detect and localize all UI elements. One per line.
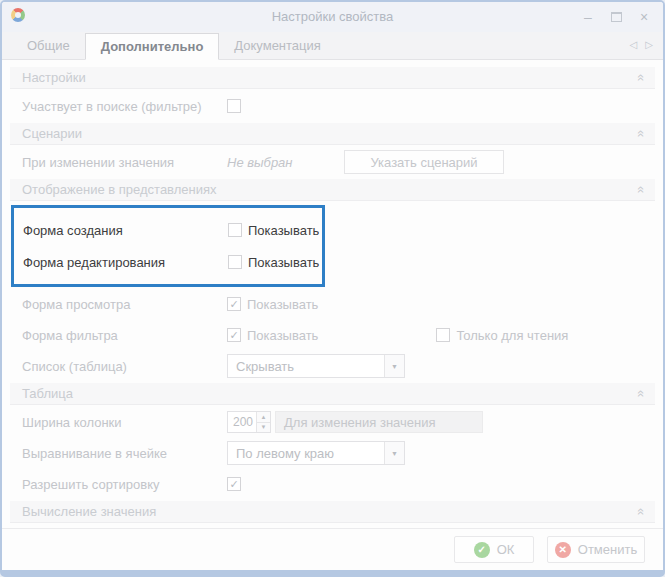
section-title: Сценарии (22, 126, 638, 141)
filter-form-readonly-checkbox[interactable] (436, 328, 450, 342)
column-width-label: Ширина колонки (22, 415, 227, 430)
tab-scroll-left-icon[interactable]: ◁ (630, 39, 638, 50)
section-title: Настройки (22, 70, 638, 85)
tab-scroll-right-icon[interactable]: ▷ (645, 39, 653, 50)
section-title: Отображение в представлениях (22, 182, 638, 197)
show-label: Показывать (248, 255, 319, 270)
ok-button[interactable]: ✓ ОК (454, 536, 534, 563)
row-edit-form: Форма редактирования Показывать (14, 248, 322, 276)
tab-general[interactable]: Общие (12, 33, 85, 60)
row-cell-alignment: Выравнивание в ячейке По левому краю ▼ (10, 439, 655, 467)
section-header-display[interactable]: Отображение в представлениях « (10, 179, 655, 201)
filter-form-show-checkbox[interactable]: ✓ (227, 328, 241, 342)
section-header-table[interactable]: Таблица « (10, 383, 655, 405)
row-view-form: Форма просмотра ✓ Показывать (10, 290, 655, 318)
row-filter-form: Форма фильтра ✓ Показывать Только для чт… (10, 321, 655, 349)
window-title: Настройки свойства (2, 9, 663, 24)
on-change-value: Не выбран (227, 155, 337, 170)
cell-alignment-dropdown-value: По левому краю (228, 442, 384, 464)
list-table-dropdown[interactable]: Скрывать ▼ (227, 354, 405, 378)
filter-form-readonly-group: Только для чтения (436, 328, 568, 343)
footer: ✓ ОК ✕ Отменить (2, 528, 663, 570)
property-settings-window: Настройки свойства – × Общие Дополнитель… (0, 0, 665, 577)
column-width-value: 200 (228, 412, 256, 432)
tab-content-advanced: Настройки « Участвует в поиске (фильтре)… (2, 60, 663, 554)
highlight-box: Форма создания Показывать Форма редактир… (11, 205, 325, 287)
edit-form-label: Форма редактирования (23, 255, 228, 270)
set-scenario-button[interactable]: Указать сценарий (344, 150, 504, 174)
tab-advanced[interactable]: Дополнительно (85, 33, 220, 60)
section-title: Вычисление значения (22, 504, 638, 519)
spinner-buttons: ▲ ▼ (256, 412, 270, 432)
tab-scroll-arrows: ◁ ▷ (630, 39, 653, 50)
row-search-filter: Участвует в поиске (фильтре) (10, 92, 655, 120)
filter-form-show-group: ✓ Показывать (227, 328, 318, 343)
collapse-icon[interactable]: « (634, 508, 649, 515)
view-form-label: Форма просмотра (22, 297, 227, 312)
column-width-spinner[interactable]: 200 ▲ ▼ (227, 411, 271, 433)
section-header-scenarios[interactable]: Сценарии « (10, 123, 655, 145)
cell-alignment-dropdown[interactable]: По левому краю ▼ (227, 441, 405, 465)
allow-sorting-label: Разрешить сортировку (22, 477, 227, 492)
dropdown-arrow-icon[interactable]: ▼ (384, 355, 404, 377)
collapse-icon[interactable]: « (634, 74, 649, 81)
edit-form-show-checkbox[interactable] (228, 255, 242, 269)
row-list-table: Список (таблица) Скрывать ▼ (10, 352, 655, 380)
window-controls: – × (577, 7, 655, 27)
column-width-hint-field[interactable]: Для изменения значения (275, 411, 483, 433)
section-header-calculation[interactable]: Вычисление значения « (10, 501, 655, 523)
tabstrip: Общие Дополнительно Документация ◁ ▷ (2, 32, 663, 60)
collapse-icon[interactable]: « (634, 390, 649, 397)
search-filter-label: Участвует в поиске (фильтре) (22, 99, 227, 114)
row-on-change: При изменении значения Не выбран Указать… (10, 148, 655, 176)
cancel-button[interactable]: ✕ Отменить (547, 536, 645, 563)
cancel-button-label: Отменить (578, 542, 637, 557)
on-change-label: При изменении значения (22, 155, 227, 170)
collapse-icon[interactable]: « (634, 186, 649, 193)
collapse-icon[interactable]: « (634, 130, 649, 137)
spinner-up-icon[interactable]: ▲ (257, 412, 270, 422)
search-filter-checkbox[interactable] (227, 99, 241, 113)
show-label: Показывать (248, 223, 319, 238)
ok-button-label: ОК (497, 542, 515, 557)
maximize-button[interactable] (605, 7, 627, 27)
show-label: Показывать (247, 297, 318, 312)
spinner-down-icon[interactable]: ▼ (257, 422, 270, 433)
section-header-settings[interactable]: Настройки « (10, 67, 655, 89)
allow-sorting-checkbox[interactable]: ✓ (227, 477, 241, 491)
row-create-form: Форма создания Показывать (14, 216, 322, 244)
section-title: Таблица (22, 386, 638, 401)
tab-documentation[interactable]: Документация (219, 33, 336, 60)
list-table-label: Список (таблица) (22, 359, 227, 374)
view-form-show-checkbox[interactable]: ✓ (227, 297, 241, 311)
list-table-dropdown-value: Скрывать (228, 355, 384, 377)
create-form-show-checkbox[interactable] (228, 223, 242, 237)
create-form-show-group: Показывать (228, 223, 319, 238)
cancel-cross-icon: ✕ (555, 542, 571, 558)
show-label: Показывать (247, 328, 318, 343)
ok-check-icon: ✓ (474, 542, 490, 558)
close-button[interactable]: × (633, 7, 655, 27)
filter-form-label: Форма фильтра (22, 328, 227, 343)
cell-alignment-label: Выравнивание в ячейке (22, 446, 227, 461)
titlebar: Настройки свойства – × (2, 2, 663, 32)
create-form-label: Форма создания (23, 223, 228, 238)
maximize-icon (611, 12, 622, 22)
view-form-show-group: ✓ Показывать (227, 297, 318, 312)
row-allow-sorting: Разрешить сортировку ✓ (10, 470, 655, 498)
edit-form-show-group: Показывать (228, 255, 319, 270)
readonly-label: Только для чтения (456, 328, 568, 343)
minimize-button[interactable]: – (577, 7, 599, 27)
row-column-width: Ширина колонки 200 ▲ ▼ Для изменения зна… (10, 408, 655, 436)
dropdown-arrow-icon[interactable]: ▼ (384, 442, 404, 464)
